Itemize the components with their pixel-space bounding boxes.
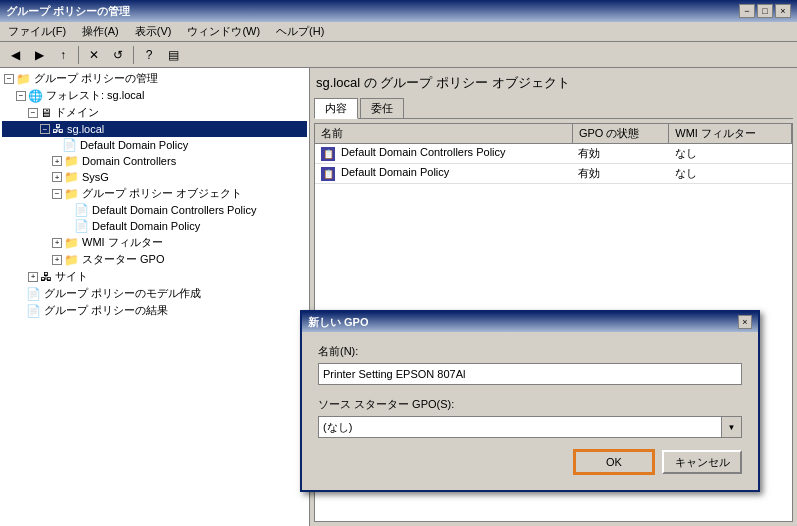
policy-icon-2: 📋	[321, 167, 335, 181]
table-row[interactable]: 📋 Default Domain Policy 有効 なし	[315, 164, 792, 184]
tree-label-ddp: Default Domain Policy	[80, 139, 188, 151]
row2-wmi: なし	[669, 164, 792, 184]
row1-wmi: なし	[669, 144, 792, 164]
results-icon: 📄	[26, 304, 41, 318]
dialog-buttons: OK キャンセル	[318, 450, 742, 474]
tree-label-sglocal: sg.local	[67, 123, 104, 135]
sites-icon: 🖧	[40, 270, 52, 284]
tree-item-dd-policy[interactable]: 📄 Default Domain Policy	[2, 218, 307, 234]
source-select[interactable]: (なし)	[318, 416, 722, 438]
window-title: グループ ポリシーの管理	[6, 4, 130, 19]
source-select-container: (なし) ▼	[318, 416, 742, 438]
dialog-title: 新しい GPO	[308, 315, 369, 330]
toolbar-extra[interactable]: ▤	[162, 44, 184, 66]
ok-button[interactable]: OK	[574, 450, 654, 474]
tree-label-root: グループ ポリシーの管理	[34, 71, 158, 86]
tree-label-gpo-group: グループ ポリシー オブジェクト	[82, 186, 242, 201]
row2-status: 有効	[572, 164, 668, 184]
expand-icon-root[interactable]: −	[4, 74, 14, 84]
toolbar-forward[interactable]: ▶	[28, 44, 50, 66]
cancel-button[interactable]: キャンセル	[662, 450, 742, 474]
policy-icon-1: 📋	[321, 147, 335, 161]
expand-icon-sysg[interactable]: +	[52, 172, 62, 182]
tree-label-sysg: SysG	[82, 171, 109, 183]
tree-label-ddc: Default Domain Controllers Policy	[92, 204, 256, 216]
expand-icon-sglocal[interactable]: −	[40, 124, 50, 134]
dialog-close-button[interactable]: ×	[738, 315, 752, 329]
tree-item-sites[interactable]: + 🖧 サイト	[2, 268, 307, 285]
maximize-button[interactable]: □	[757, 4, 773, 18]
tree-item-root[interactable]: − 📁 グループ ポリシーの管理	[2, 70, 307, 87]
col-wmi[interactable]: WMI フィルター	[669, 124, 792, 144]
tree-item-starter[interactable]: + 📁 スターター GPO	[2, 251, 307, 268]
tree-label-starter: スターター GPO	[82, 252, 165, 267]
tab-bar: 内容 委任	[314, 98, 793, 119]
menu-help[interactable]: ヘルプ(H)	[272, 23, 328, 40]
toolbar-up[interactable]: ↑	[52, 44, 74, 66]
dialog-body: 名前(N): ソース スターター GPO(S): (なし) ▼ OK キャンセル	[302, 332, 758, 490]
ddc-icon: 📄	[74, 203, 89, 217]
row1-name: 📋 Default Domain Controllers Policy	[315, 144, 572, 164]
close-button[interactable]: ×	[775, 4, 791, 18]
toolbar-stop[interactable]: ✕	[83, 44, 105, 66]
new-gpo-dialog: 新しい GPO × 名前(N): ソース スターター GPO(S): (なし) …	[300, 310, 760, 492]
row1-status: 有効	[572, 144, 668, 164]
tree-label-wmi: WMI フィルター	[82, 235, 163, 250]
tree-item-domain[interactable]: − 🖥 ドメイン	[2, 104, 307, 121]
dialog-spacer	[318, 438, 742, 450]
col-name[interactable]: 名前	[315, 124, 572, 144]
select-arrow-icon[interactable]: ▼	[722, 416, 742, 438]
tab-delegation[interactable]: 委任	[360, 98, 404, 118]
minimize-button[interactable]: −	[739, 4, 755, 18]
tree-label-dc: Domain Controllers	[82, 155, 176, 167]
name-input[interactable]	[318, 363, 742, 385]
menu-view[interactable]: 表示(V)	[131, 23, 176, 40]
expand-icon-sites[interactable]: +	[28, 272, 38, 282]
col-status[interactable]: GPO の状態	[572, 124, 668, 144]
dialog-title-bar: 新しい GPO ×	[302, 312, 758, 332]
tree-label-results: グループ ポリシーの結果	[44, 303, 168, 318]
left-panel: − 📁 グループ ポリシーの管理 − 🌐 フォレスト: sg.local − 🖥…	[0, 68, 310, 526]
tree-item-sglocal[interactable]: − 🖧 sg.local	[2, 121, 307, 137]
policy-table: 名前 GPO の状態 WMI フィルター 📋 Default Domain Co…	[315, 124, 792, 184]
wmi-icon: 📁	[64, 236, 79, 250]
forest-icon: 🌐	[28, 89, 43, 103]
expand-icon-wmi[interactable]: +	[52, 238, 62, 248]
ddp-icon: 📄	[62, 138, 77, 152]
tab-contents[interactable]: 内容	[314, 98, 358, 119]
menu-window[interactable]: ウィンドウ(W)	[183, 23, 264, 40]
tree-label-forest: フォレスト: sg.local	[46, 88, 144, 103]
tree-item-ddc-policy[interactable]: 📄 Default Domain Controllers Policy	[2, 202, 307, 218]
dd-icon: 📄	[74, 219, 89, 233]
tree-label-domain: ドメイン	[55, 105, 99, 120]
toolbar-refresh[interactable]: ↺	[107, 44, 129, 66]
row2-name: 📋 Default Domain Policy	[315, 164, 572, 184]
tree-label-sites: サイト	[55, 269, 88, 284]
domain-icon: 🖥	[40, 106, 52, 120]
menu-action[interactable]: 操作(A)	[78, 23, 123, 40]
tree-item-results[interactable]: 📄 グループ ポリシーの結果	[2, 302, 307, 319]
tree-item-model[interactable]: 📄 グループ ポリシーのモデル作成	[2, 285, 307, 302]
tree-item-forest[interactable]: − 🌐 フォレスト: sg.local	[2, 87, 307, 104]
tree-item-ddp[interactable]: 📄 Default Domain Policy	[2, 137, 307, 153]
menu-file[interactable]: ファイル(F)	[4, 23, 70, 40]
toolbar-help[interactable]: ?	[138, 44, 160, 66]
expand-icon-starter[interactable]: +	[52, 255, 62, 265]
tree-item-gpo-group[interactable]: − 📁 グループ ポリシー オブジェクト	[2, 185, 307, 202]
expand-icon-gpo-group[interactable]: −	[52, 189, 62, 199]
tree-item-dc[interactable]: + 📁 Domain Controllers	[2, 153, 307, 169]
gpo-group-icon: 📁	[64, 187, 79, 201]
panel-title: sg.local の グループ ポリシー オブジェクト	[314, 72, 793, 94]
sglocal-icon: 🖧	[52, 122, 64, 136]
sysg-icon: 📁	[64, 170, 79, 184]
expand-icon-forest[interactable]: −	[16, 91, 26, 101]
table-row[interactable]: 📋 Default Domain Controllers Policy 有効 な…	[315, 144, 792, 164]
root-icon: 📁	[16, 72, 31, 86]
toolbar-back[interactable]: ◀	[4, 44, 26, 66]
expand-icon-domain[interactable]: −	[28, 108, 38, 118]
expand-icon-dc[interactable]: +	[52, 156, 62, 166]
window-controls: − □ ×	[739, 4, 791, 18]
tree-item-wmi[interactable]: + 📁 WMI フィルター	[2, 234, 307, 251]
model-icon: 📄	[26, 287, 41, 301]
tree-item-sysg[interactable]: + 📁 SysG	[2, 169, 307, 185]
